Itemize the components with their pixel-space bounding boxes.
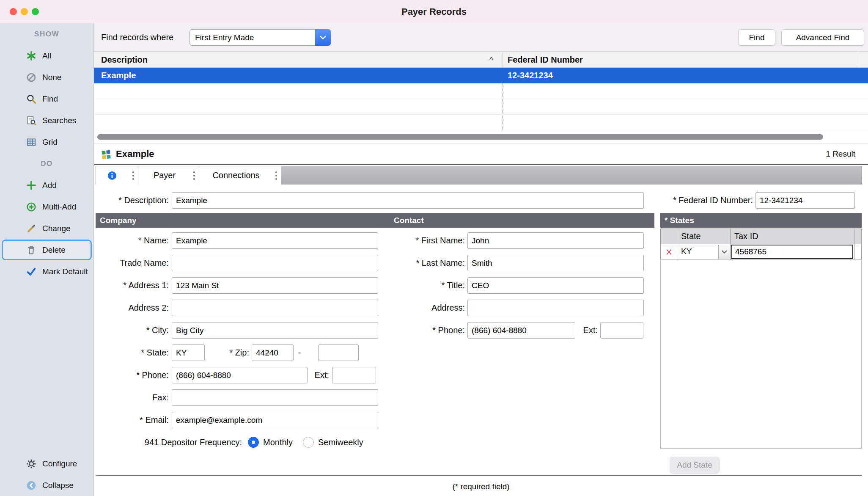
tab-info[interactable] bbox=[96, 166, 138, 185]
semiweekly-radio-label[interactable]: Semiweekly bbox=[318, 434, 363, 451]
grid-icon bbox=[25, 136, 37, 148]
company-ext-input[interactable] bbox=[332, 367, 376, 383]
title-input[interactable] bbox=[467, 277, 644, 294]
column-divider bbox=[503, 52, 503, 67]
sidebar-footer: Configure Collapse bbox=[0, 453, 93, 496]
address2-input[interactable] bbox=[172, 300, 378, 316]
description-input[interactable] bbox=[172, 192, 644, 209]
sidebar-item-label: Delete bbox=[42, 245, 66, 255]
semiweekly-radio[interactable] bbox=[303, 437, 314, 448]
scrollbar-thumb[interactable] bbox=[97, 134, 823, 140]
column-header-description[interactable]: Description bbox=[101, 52, 148, 68]
sidebar-item-multi-add[interactable]: Multi-Add bbox=[0, 196, 93, 218]
main-content: Find records where First Entry Made Find… bbox=[94, 23, 868, 496]
sidebar-item-collapse[interactable]: Collapse bbox=[0, 474, 93, 496]
states-delete-column-header bbox=[661, 229, 677, 244]
trade-name-label: Trade Name: bbox=[94, 255, 169, 271]
find-records-where-label: Find records where bbox=[101, 23, 173, 52]
states-state-column-header: State bbox=[677, 229, 731, 244]
city-input[interactable] bbox=[172, 322, 378, 339]
sidebar-item-all[interactable]: All bbox=[0, 45, 93, 66]
column-divider-dotted bbox=[503, 83, 503, 130]
plus-icon bbox=[25, 179, 37, 191]
states-table-row: KY bbox=[660, 244, 862, 260]
magnifier-icon bbox=[25, 93, 37, 105]
horizontal-scrollbar bbox=[94, 130, 868, 143]
states-taxid-cell bbox=[731, 244, 854, 259]
column-header-federal-id[interactable]: Federal ID Number bbox=[508, 52, 583, 68]
circled-plus-icon bbox=[25, 201, 37, 213]
find-button[interactable]: Find bbox=[738, 29, 775, 46]
federal-id-input[interactable] bbox=[755, 192, 855, 209]
delete-state-button[interactable] bbox=[661, 244, 677, 259]
sidebar-item-searches[interactable]: Searches bbox=[0, 110, 93, 131]
sidebar-item-none[interactable]: None bbox=[0, 66, 93, 88]
record-header: Example 1 Result bbox=[94, 143, 868, 165]
sidebar-item-label: Configure bbox=[42, 459, 77, 468]
add-state-button[interactable]: Add State bbox=[670, 457, 720, 474]
contact-address-input[interactable] bbox=[467, 300, 644, 316]
sidebar-item-label: All bbox=[42, 51, 51, 61]
pencil-icon bbox=[25, 223, 37, 234]
section-bar-states: * States bbox=[660, 213, 862, 228]
zip-plus4-input[interactable] bbox=[318, 344, 359, 361]
sidebar-item-add[interactable]: Add bbox=[0, 174, 93, 196]
chevron-down-icon[interactable] bbox=[718, 245, 730, 259]
collapse-circle-icon bbox=[25, 479, 37, 491]
sidebar-item-mark-default[interactable]: Mark Default bbox=[0, 261, 93, 282]
fax-input[interactable] bbox=[172, 389, 378, 406]
contact-phone-input[interactable] bbox=[467, 322, 575, 339]
contact-ext-input[interactable] bbox=[600, 322, 643, 339]
sidebar-item-delete[interactable]: Delete bbox=[0, 239, 93, 261]
states-gutter-column bbox=[854, 244, 861, 259]
sidebar-item-label: Add bbox=[42, 181, 57, 190]
section-title-company: Company bbox=[100, 213, 137, 228]
monthly-radio-label[interactable]: Monthly bbox=[263, 434, 293, 451]
empty-result-row bbox=[94, 115, 868, 130]
sidebar-item-change[interactable]: Change bbox=[0, 218, 93, 239]
sidebar-item-label: Change bbox=[42, 224, 71, 233]
company-phone-label: * Phone: bbox=[94, 367, 169, 383]
monthly-radio[interactable] bbox=[248, 437, 259, 448]
company-phone-input[interactable] bbox=[172, 367, 308, 383]
section-title-states: * States bbox=[665, 213, 694, 228]
chevron-down-icon[interactable] bbox=[315, 29, 331, 46]
state-label: * State: bbox=[94, 344, 169, 361]
result-row-selected[interactable]: Example 12-3421234 bbox=[94, 68, 868, 83]
first-name-input[interactable] bbox=[467, 232, 644, 249]
sidebar-item-configure[interactable]: Configure bbox=[0, 453, 93, 474]
sidebar-item-find[interactable]: Find bbox=[0, 88, 93, 110]
tab-drag-handle-icon[interactable] bbox=[275, 171, 277, 180]
state-combo[interactable]: KY bbox=[677, 244, 731, 259]
email-input[interactable] bbox=[172, 412, 378, 428]
address1-input[interactable] bbox=[172, 277, 378, 294]
empty-result-row bbox=[94, 99, 868, 115]
states-taxid-column-header: Tax ID bbox=[731, 229, 854, 244]
info-icon bbox=[107, 171, 117, 181]
sidebar-item-label: Grid bbox=[42, 138, 58, 147]
zip-separator: - bbox=[295, 344, 304, 361]
window-title: Payer Records bbox=[0, 0, 868, 23]
last-name-input[interactable] bbox=[467, 255, 644, 271]
find-field-dropdown-value: First Entry Made bbox=[195, 30, 254, 45]
required-field-note: (* required field) bbox=[94, 479, 868, 494]
company-name-input[interactable] bbox=[172, 232, 378, 249]
description-label: * Description: bbox=[94, 192, 169, 209]
sidebar-item-grid[interactable]: Grid bbox=[0, 131, 93, 153]
tab-connections[interactable]: Connections bbox=[199, 166, 281, 185]
contact-phone-label: * Phone: bbox=[359, 322, 465, 339]
checkmark-icon bbox=[25, 266, 37, 278]
result-count: 1 Result bbox=[826, 143, 855, 165]
zip-input[interactable] bbox=[252, 344, 294, 361]
sidebar-item-label: Mark Default bbox=[42, 267, 88, 276]
tax-id-input[interactable] bbox=[731, 245, 853, 259]
find-field-dropdown[interactable]: First Entry Made bbox=[190, 29, 331, 46]
title-label: * Title: bbox=[359, 277, 465, 294]
tab-drag-handle-icon[interactable] bbox=[193, 171, 195, 180]
advanced-find-button[interactable]: Advanced Find bbox=[781, 29, 864, 46]
tab-payer[interactable]: Payer bbox=[138, 166, 199, 185]
tab-drag-handle-icon[interactable] bbox=[132, 171, 134, 180]
tab-label: Payer bbox=[138, 171, 191, 180]
trade-name-input[interactable] bbox=[172, 255, 378, 271]
fax-label: Fax: bbox=[94, 389, 169, 406]
